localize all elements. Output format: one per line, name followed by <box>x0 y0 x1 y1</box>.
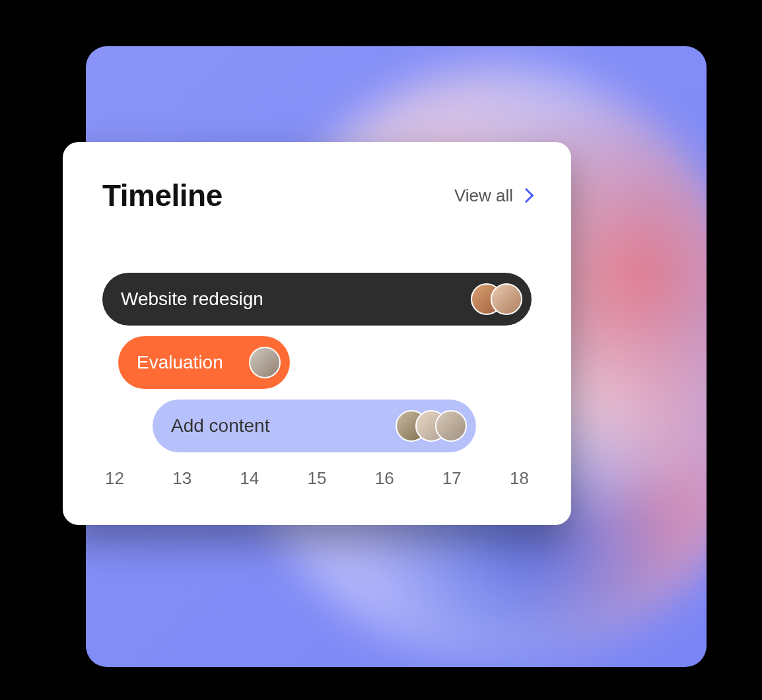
timeline-bars: Website redesign Evaluation Add content <box>102 273 532 444</box>
avatar[interactable] <box>249 347 281 378</box>
card-header: Timeline View all <box>102 178 532 213</box>
axis-tick: 16 <box>375 468 394 489</box>
avatar[interactable] <box>435 410 467 442</box>
view-all-link[interactable]: View all <box>454 186 532 206</box>
bar-label: Evaluation <box>137 352 223 373</box>
timeline-bar-website-redesign[interactable]: Website redesign <box>102 273 532 326</box>
avatar-group <box>396 410 467 442</box>
timeline-bar-add-content[interactable]: Add content <box>153 400 476 452</box>
avatar-group <box>471 283 522 315</box>
axis-tick: 18 <box>510 468 529 489</box>
axis-tick: 13 <box>172 468 191 489</box>
axis-tick: 17 <box>442 468 462 489</box>
timeline-bar-evaluation[interactable]: Evaluation <box>118 336 290 389</box>
axis-tick: 12 <box>105 468 124 489</box>
avatar-group <box>249 347 281 378</box>
view-all-label: View all <box>454 186 513 206</box>
timeline-card: Timeline View all Website redesign Evalu… <box>63 142 571 525</box>
timeline-axis: 12 13 14 15 16 17 18 <box>102 468 532 489</box>
axis-tick: 15 <box>308 468 327 489</box>
card-title: Timeline <box>102 178 223 213</box>
chevron-right-icon <box>519 188 534 203</box>
bar-label: Website redesign <box>121 289 263 310</box>
avatar[interactable] <box>491 283 522 315</box>
bar-label: Add content <box>171 415 269 437</box>
axis-tick: 14 <box>240 468 259 489</box>
